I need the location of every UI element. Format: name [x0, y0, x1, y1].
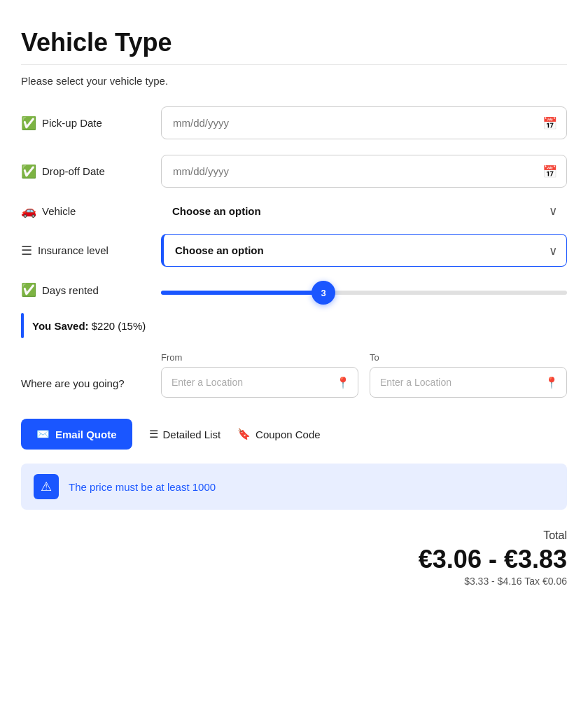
savings-accent: [21, 313, 24, 338]
from-input[interactable]: [161, 367, 358, 398]
location-label: Where are you going?: [21, 352, 161, 389]
location-row: Where are you going? From 📍 To 📍: [21, 352, 567, 398]
insurance-icon: ☰: [21, 243, 32, 258]
email-icon: ✉️: [36, 428, 50, 440]
location-pin-icon2: 📍: [545, 376, 559, 389]
insurance-row: ☰ Insurance level Choose an option ∨: [21, 234, 567, 267]
total-price: €3.06 - €3.83: [21, 545, 567, 574]
from-input-wrap: 📍: [161, 367, 358, 398]
actions-row: ✉️ Email Quote ☰ Detailed List 🔖 Coupon …: [21, 419, 567, 450]
to-input-wrap: 📍: [370, 367, 567, 398]
insurance-select[interactable]: Choose an option: [161, 234, 567, 267]
pickup-date-control: 📅: [161, 106, 567, 139]
page-title: Vehicle Type: [21, 28, 567, 57]
days-rented-label: ✅ Days rented: [21, 282, 161, 298]
savings-text: You Saved: $220 (15%): [32, 320, 146, 332]
alert-message: The price must be at least 1000: [69, 481, 216, 493]
dropoff-date-row: ✅ Drop-off Date 📅: [21, 155, 567, 188]
page-subtitle: Please select your vehicle type.: [21, 75, 567, 87]
total-label: Total: [21, 529, 567, 542]
to-label: To: [370, 352, 567, 363]
calendar-icon3: ✅: [21, 282, 36, 298]
dropoff-date-input[interactable]: [161, 155, 567, 188]
total-sub: $3.33 - $4.16 Tax €0.06: [21, 576, 567, 587]
insurance-control: Choose an option ∨: [161, 234, 567, 267]
location-pin-icon: 📍: [336, 376, 350, 389]
to-input[interactable]: [370, 367, 567, 398]
warning-icon: ⚠: [41, 479, 52, 494]
alert-bar: ⚠ The price must be at least 1000: [21, 464, 567, 510]
location-from-group: From 📍: [161, 352, 358, 398]
calendar-check-icon2: ✅: [21, 164, 36, 179]
location-to-group: To 📍: [370, 352, 567, 398]
total-section: Total €3.06 - €3.83 $3.33 - $4.16 Tax €0…: [21, 529, 567, 587]
car-icon: 🚗: [21, 203, 36, 218]
vehicle-label: 🚗 Vehicle: [21, 203, 161, 218]
dropoff-date-control: 📅: [161, 155, 567, 188]
coupon-icon: 🔖: [237, 428, 251, 440]
dropoff-date-label: ✅ Drop-off Date: [21, 164, 161, 179]
savings-bar: You Saved: $220 (15%): [21, 313, 567, 338]
chevron-down-icon2: ∨: [549, 243, 557, 258]
insurance-label: ☰ Insurance level: [21, 243, 161, 258]
pickup-date-input[interactable]: [161, 106, 567, 139]
location-fields: From 📍 To 📍: [161, 352, 567, 398]
pickup-date-label: ✅ Pick-up Date: [21, 116, 161, 131]
email-quote-button[interactable]: ✉️ Email Quote: [21, 419, 132, 450]
days-rented-slider-container: 3: [161, 285, 567, 295]
vehicle-row: 🚗 Vehicle Choose an option ∨ Choose an o…: [21, 203, 567, 218]
from-label: From: [161, 352, 358, 363]
title-divider: [21, 64, 567, 65]
days-rented-row: ✅ Days rented 3: [21, 282, 567, 298]
pickup-date-row: ✅ Pick-up Date 📅: [21, 106, 567, 139]
calendar-check-icon: ✅: [21, 116, 36, 131]
detailed-list-button[interactable]: ☰ Detailed List: [149, 428, 221, 440]
coupon-code-button[interactable]: 🔖 Coupon Code: [237, 428, 321, 440]
list-icon: ☰: [149, 428, 158, 440]
alert-icon-wrap: ⚠: [34, 474, 59, 499]
